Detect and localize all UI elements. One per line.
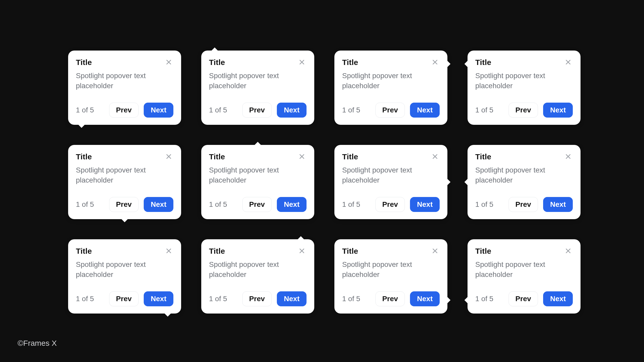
popover-arrow xyxy=(464,179,468,185)
step-counter: 1 of 5 xyxy=(342,106,360,114)
prev-button[interactable]: Prev xyxy=(242,291,272,306)
popover-body: Spotlight popover text placeholder xyxy=(76,259,173,279)
popover-footer: 1 of 5 Prev Next xyxy=(342,291,440,306)
next-button[interactable]: Next xyxy=(144,291,173,306)
close-icon xyxy=(165,153,172,161)
prev-button[interactable]: Prev xyxy=(109,197,139,212)
close-button[interactable] xyxy=(164,58,173,67)
popover-arrow xyxy=(212,47,218,51)
popover-arrow xyxy=(464,297,468,303)
popover-header: Title xyxy=(342,246,440,256)
popover-footer: 1 of 5 Prev Next xyxy=(475,103,573,118)
next-button[interactable]: Next xyxy=(543,197,573,212)
popover-title: Title xyxy=(342,247,358,256)
next-button[interactable]: Next xyxy=(277,197,307,212)
popover-arrow xyxy=(165,314,171,317)
prev-button[interactable]: Prev xyxy=(109,103,139,118)
popover-header: Title xyxy=(475,246,573,256)
popover-footer: 1 of 5 Prev Next xyxy=(209,291,307,306)
close-button[interactable] xyxy=(297,58,307,67)
close-icon xyxy=(432,248,438,255)
step-counter: 1 of 5 xyxy=(209,295,227,303)
popover-footer: 1 of 5 Prev Next xyxy=(209,103,307,118)
step-counter: 1 of 5 xyxy=(76,200,94,209)
popover-header: Title xyxy=(342,152,440,161)
next-button[interactable]: Next xyxy=(277,103,307,118)
credit-label: ©Frames X xyxy=(18,339,57,348)
close-icon xyxy=(432,153,438,161)
spotlight-popover: Title Spotlight popover text placeholder… xyxy=(201,145,314,219)
prev-button[interactable]: Prev xyxy=(375,103,405,118)
popover-body: Spotlight popover text placeholder xyxy=(209,259,307,279)
step-counter: 1 of 5 xyxy=(475,200,493,209)
step-counter: 1 of 5 xyxy=(342,200,360,209)
close-icon xyxy=(565,248,571,255)
close-icon xyxy=(165,59,172,66)
popover-header: Title xyxy=(209,152,307,161)
popover-footer: 1 of 5 Prev Next xyxy=(475,197,573,212)
popover-title: Title xyxy=(475,58,491,67)
popover-arrow xyxy=(78,125,85,128)
close-button[interactable] xyxy=(564,58,573,67)
next-button[interactable]: Next xyxy=(410,103,440,118)
close-button[interactable] xyxy=(297,152,307,161)
spotlight-popover: Title Spotlight popover text placeholder… xyxy=(68,145,181,219)
popover-body: Spotlight popover text placeholder xyxy=(475,259,573,279)
popover-title: Title xyxy=(209,247,225,256)
popover-title: Title xyxy=(76,152,92,161)
close-button[interactable] xyxy=(564,246,573,256)
popover-footer: 1 of 5 Prev Next xyxy=(342,197,440,212)
next-button[interactable]: Next xyxy=(410,291,440,306)
spotlight-popover: Title Spotlight popover text placeholder… xyxy=(468,145,581,219)
step-counter: 1 of 5 xyxy=(342,295,360,303)
spotlight-popover: Title Spotlight popover text placeholder… xyxy=(68,51,181,125)
close-icon xyxy=(165,248,172,255)
next-button[interactable]: Next xyxy=(543,103,573,118)
close-button[interactable] xyxy=(164,246,173,256)
close-icon xyxy=(299,153,305,161)
close-button[interactable] xyxy=(564,152,573,161)
close-button[interactable] xyxy=(430,58,440,67)
popover-arrow xyxy=(122,219,128,222)
next-button[interactable]: Next xyxy=(144,103,173,118)
spotlight-popover: Title Spotlight popover text placeholder… xyxy=(334,51,447,125)
close-icon xyxy=(565,59,571,66)
popover-footer: 1 of 5 Prev Next xyxy=(475,291,573,306)
prev-button[interactable]: Prev xyxy=(509,291,538,306)
step-counter: 1 of 5 xyxy=(475,106,493,114)
popover-body: Spotlight popover text placeholder xyxy=(342,71,440,91)
next-button[interactable]: Next xyxy=(410,197,440,212)
prev-button[interactable]: Prev xyxy=(375,291,405,306)
next-button[interactable]: Next xyxy=(543,291,573,306)
close-icon xyxy=(299,59,305,66)
prev-button[interactable]: Prev xyxy=(242,103,272,118)
spotlight-popover: Title Spotlight popover text placeholder… xyxy=(468,51,581,125)
popover-body: Spotlight popover text placeholder xyxy=(475,71,573,91)
popover-arrow xyxy=(447,61,450,67)
popover-body: Spotlight popover text placeholder xyxy=(475,165,573,185)
close-button[interactable] xyxy=(297,246,307,256)
popover-body: Spotlight popover text placeholder xyxy=(209,165,307,185)
popover-arrow xyxy=(447,179,450,185)
popover-header: Title xyxy=(209,58,307,67)
popover-arrow xyxy=(298,236,304,239)
close-button[interactable] xyxy=(430,152,440,161)
prev-button[interactable]: Prev xyxy=(375,197,405,212)
popover-body: Spotlight popover text placeholder xyxy=(209,71,307,91)
popover-header: Title xyxy=(475,58,573,67)
prev-button[interactable]: Prev xyxy=(109,291,139,306)
close-button[interactable] xyxy=(164,152,173,161)
popover-body: Spotlight popover text placeholder xyxy=(76,71,173,91)
step-counter: 1 of 5 xyxy=(209,200,227,209)
popover-arrow xyxy=(255,142,261,145)
prev-button[interactable]: Prev xyxy=(242,197,272,212)
popover-body: Spotlight popover text placeholder xyxy=(342,165,440,185)
prev-button[interactable]: Prev xyxy=(509,103,538,118)
popover-title: Title xyxy=(209,58,225,67)
close-icon xyxy=(432,59,438,66)
prev-button[interactable]: Prev xyxy=(509,197,538,212)
next-button[interactable]: Next xyxy=(144,197,173,212)
popover-body: Spotlight popover text placeholder xyxy=(342,259,440,279)
next-button[interactable]: Next xyxy=(277,291,307,306)
close-button[interactable] xyxy=(430,246,440,256)
